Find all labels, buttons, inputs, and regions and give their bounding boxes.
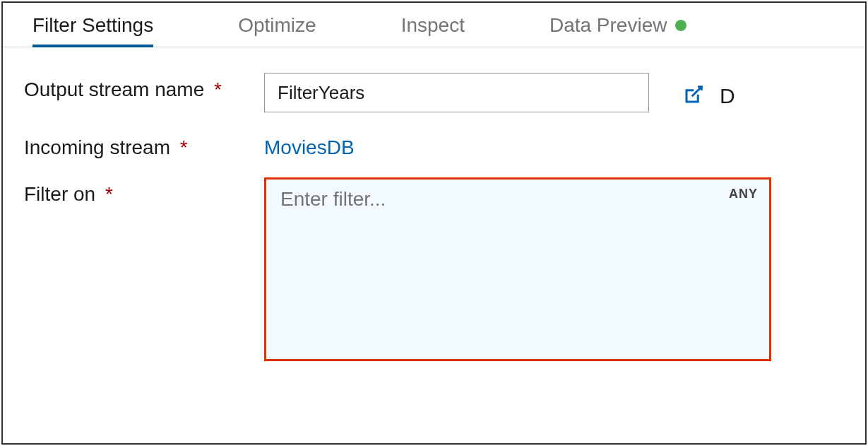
open-external-icon[interactable] (683, 84, 704, 108)
form-area: Output stream name * D (3, 47, 865, 394)
row-incoming-stream: Incoming stream * MoviesDB (24, 131, 851, 159)
status-dot-icon (675, 20, 686, 31)
tab-label: Data Preview (549, 14, 667, 37)
filter-type-tag: ANY (729, 187, 758, 201)
incoming-stream-link[interactable]: MoviesDB (264, 131, 355, 159)
filter-expression-input[interactable]: Enter filter... ANY (264, 177, 771, 361)
tab-bar: Filter Settings Optimize Inspect Data Pr… (3, 3, 865, 47)
truncated-label: D (720, 84, 735, 108)
required-mark: * (180, 136, 188, 158)
row-output-stream: Output stream name * D (24, 73, 851, 112)
tab-data-preview[interactable]: Data Preview (549, 3, 687, 47)
label-output-stream: Output stream name * (24, 73, 264, 101)
required-mark: * (214, 78, 222, 100)
tab-label: Filter Settings (32, 14, 153, 37)
required-mark: * (105, 183, 113, 205)
tab-label: Optimize (238, 14, 316, 37)
label-text: Output stream name (24, 78, 204, 100)
row-filter-on: Filter on * Enter filter... ANY (24, 177, 851, 361)
panel-container: Filter Settings Optimize Inspect Data Pr… (1, 1, 867, 445)
filter-placeholder: Enter filter... (280, 188, 386, 210)
label-filter-on: Filter on * (24, 177, 264, 206)
label-text: Filter on (24, 183, 95, 205)
output-stream-input[interactable] (264, 73, 649, 112)
tab-inspect[interactable]: Inspect (401, 3, 465, 47)
label-incoming-stream: Incoming stream * (24, 131, 264, 159)
tab-label: Inspect (401, 14, 465, 37)
tab-filter-settings[interactable]: Filter Settings (32, 3, 153, 47)
tab-optimize[interactable]: Optimize (238, 3, 316, 47)
label-text: Incoming stream (24, 136, 170, 158)
